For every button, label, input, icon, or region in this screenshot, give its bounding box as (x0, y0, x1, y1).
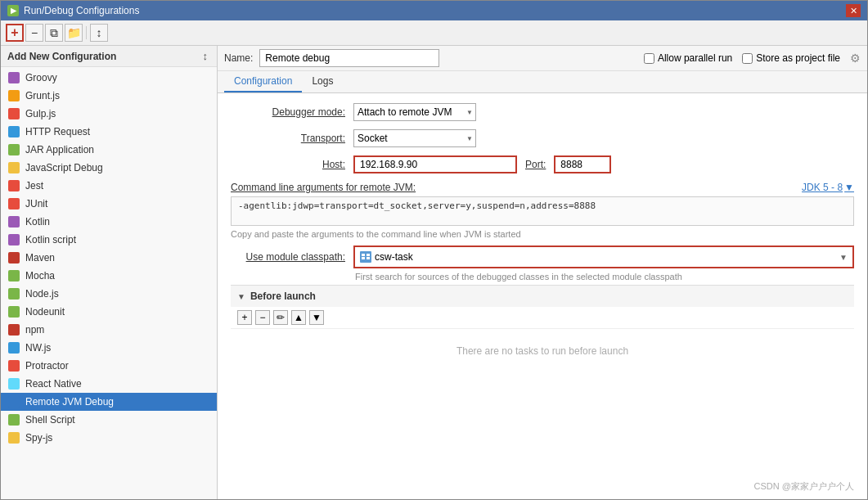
jdk-dropdown-icon: ▼ (844, 182, 854, 193)
sidebar-item-nwjs[interactable]: NW.js (1, 339, 217, 357)
sidebar-item-junit[interactable]: JUnit (1, 195, 217, 213)
sidebar-item-label-protractor: Protractor (25, 360, 69, 372)
jdk-link[interactable]: JDK 5 - 8 ▼ (802, 182, 854, 193)
tabs: Configuration Logs (218, 71, 867, 93)
sidebar-item-grunt[interactable]: Grunt.js (1, 87, 217, 105)
close-button[interactable]: ✕ (846, 4, 861, 17)
svg-rect-18 (8, 396, 20, 408)
svg-rect-4 (8, 144, 20, 155)
sidebar-item-nodeunit[interactable]: Nodeunit (1, 303, 217, 321)
svg-rect-25 (367, 257, 370, 259)
name-label: Name: (224, 52, 253, 64)
svg-rect-22 (362, 254, 365, 256)
transport-row: Transport: Socket ▼ (231, 129, 854, 147)
svg-rect-7 (8, 198, 20, 209)
item-icon-maven (7, 252, 20, 264)
svg-rect-24 (367, 254, 370, 256)
before-launch-edit-btn[interactable]: ✏ (273, 310, 288, 325)
item-icon-protractor (7, 360, 20, 372)
sidebar-item-label-http: HTTP Request (25, 126, 90, 137)
sidebar-item-nodejs[interactable]: Node.js (1, 285, 217, 303)
sidebar-item-label-mocha: Mocha (25, 270, 55, 282)
before-launch-empty: There are no tasks to run before launch (231, 329, 854, 373)
sidebar-item-kotlin[interactable]: Kotlin (1, 213, 217, 231)
sidebar-item-label-gulp: Gulp.js (25, 108, 56, 119)
copy-config-button[interactable]: ⧉ (45, 24, 63, 42)
toolbar-divider (86, 26, 87, 39)
svg-rect-16 (8, 360, 20, 372)
sidebar-item-jest[interactable]: Jest (1, 177, 217, 195)
debugger-mode-row: Debugger mode: Attach to remote JVM ▼ (231, 103, 854, 121)
sidebar-item-label-remote-jvm: Remote JVM Debug (25, 396, 114, 408)
sidebar-item-react-native[interactable]: React Native (1, 375, 217, 393)
sidebar-item-javascript[interactable]: JavaScript Debug (1, 159, 217, 177)
before-launch-add-btn[interactable]: + (237, 310, 252, 325)
item-icon-groovy (7, 72, 20, 83)
panel-sort-button[interactable]: ↕ (200, 49, 211, 63)
before-launch-up-btn[interactable]: ▲ (291, 310, 306, 325)
sidebar-item-mocha[interactable]: Mocha (1, 267, 217, 285)
host-input[interactable] (353, 155, 517, 173)
right-options: Allow parallel run Store as project file… (644, 52, 861, 65)
sidebar-item-label-jest: Jest (25, 180, 43, 191)
sidebar-item-label-junit: JUnit (25, 198, 47, 209)
store-project-label[interactable]: Store as project file (742, 52, 840, 64)
sidebar-item-label-react-native: React Native (25, 378, 82, 390)
sidebar-item-http[interactable]: HTTP Request (1, 123, 217, 141)
sidebar-item-jar[interactable]: JAR Application (1, 141, 217, 159)
svg-rect-20 (8, 432, 20, 444)
host-label: Host: (231, 159, 345, 170)
tab-logs[interactable]: Logs (302, 71, 343, 92)
transport-label: Transport: (231, 133, 345, 144)
cmd-box: -agentlib:jdwp=transport=dt_socket,serve… (231, 196, 854, 226)
left-panel-header: Add New Configuration ↕ (1, 46, 217, 67)
store-project-checkbox[interactable] (742, 53, 753, 64)
module-select-inner: csw-task ▼ (355, 247, 852, 267)
sidebar-item-npm[interactable]: npm (1, 321, 217, 339)
add-config-button[interactable]: + (6, 24, 24, 42)
name-input[interactable] (259, 49, 439, 67)
module-label: Use module classpath: (231, 251, 345, 263)
item-icon-junit (7, 198, 20, 209)
item-icon-nwjs (7, 342, 20, 354)
svg-rect-0 (8, 72, 20, 83)
sort-config-button[interactable]: ↕ (90, 24, 108, 42)
title-bar: ▶ Run/Debug Configurations ✕ (1, 1, 867, 20)
sidebar-item-label-groovy: Groovy (25, 72, 57, 83)
debugger-mode-select[interactable]: Attach to remote JVM (353, 103, 476, 121)
sidebar-item-label-kotlin-script: Kotlin script (25, 234, 76, 245)
svg-rect-12 (8, 288, 20, 300)
sidebar-item-spy-js[interactable]: Spy-js (1, 429, 217, 447)
main-toolbar: + − ⧉ 📁 ↕ (1, 20, 867, 46)
allow-parallel-checkbox[interactable] (644, 53, 654, 64)
sidebar-item-protractor[interactable]: Protractor (1, 357, 217, 375)
tab-configuration[interactable]: Configuration (224, 71, 302, 92)
sidebar-item-remote-jvm[interactable]: Remote JVM Debug (1, 393, 217, 411)
remove-config-button[interactable]: − (25, 24, 43, 42)
sidebar-item-maven[interactable]: Maven (1, 249, 217, 267)
folder-config-button[interactable]: 📁 (65, 24, 83, 42)
cmd-label: Command line arguments for remote JVM: (231, 182, 416, 193)
sidebar-item-kotlin-script[interactable]: Kotlin script (1, 231, 217, 249)
item-icon-mocha (7, 270, 20, 282)
sidebar-item-shell-script[interactable]: Shell Script (1, 411, 217, 429)
module-select-arrow-icon: ▼ (839, 253, 848, 262)
before-launch-header[interactable]: ▼ Before launch (231, 286, 854, 307)
item-icon-gulp (7, 108, 20, 119)
gear-icon[interactable]: ⚙ (850, 52, 861, 65)
form-content: Debugger mode: Attach to remote JVM ▼ Tr… (218, 93, 867, 499)
item-icon-react-native (7, 378, 20, 390)
allow-parallel-label[interactable]: Allow parallel run (644, 52, 732, 64)
port-input[interactable] (554, 155, 611, 173)
sidebar-item-gulp[interactable]: Gulp.js (1, 105, 217, 123)
before-launch-down-btn[interactable]: ▼ (309, 310, 324, 325)
item-icon-nodeunit (7, 306, 20, 318)
transport-select[interactable]: Socket (353, 129, 476, 147)
left-panel: Add New Configuration ↕ GroovyGrunt.jsGu… (1, 46, 218, 499)
collapse-icon: ▼ (237, 292, 245, 301)
svg-rect-1 (8, 90, 20, 101)
item-icon-spy-js (7, 432, 20, 444)
before-launch-remove-btn[interactable]: − (255, 310, 270, 325)
sidebar-item-groovy[interactable]: Groovy (1, 69, 217, 87)
sidebar-item-label-shell-script: Shell Script (25, 414, 75, 426)
